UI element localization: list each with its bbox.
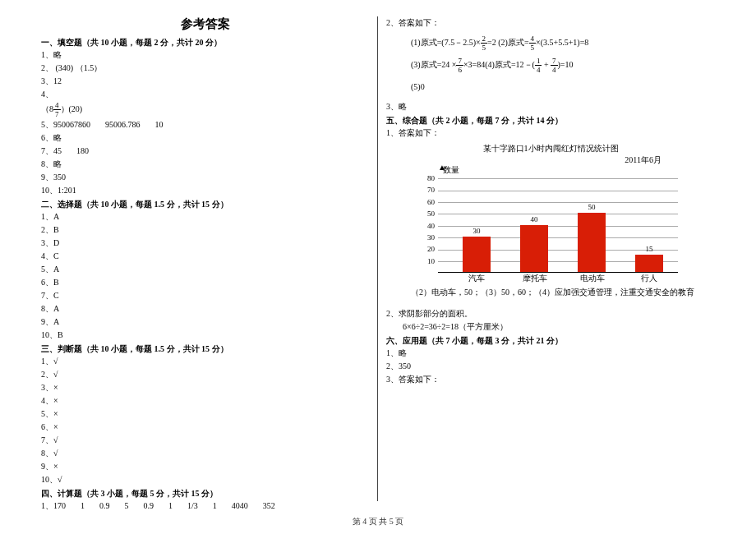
s6-item: 1、略 xyxy=(386,347,715,360)
section-2-heading: 二、选择题（共 10 小题，每题 1.5 分，共计 15 分） xyxy=(41,199,369,210)
s1-item: 8、略 xyxy=(41,158,369,171)
fraction: 76 xyxy=(456,57,463,74)
s4-row: 1、17010.950.911/314040352 xyxy=(41,499,369,513)
r3: 3、略 xyxy=(386,100,715,113)
s1-item: 3、12 xyxy=(41,75,369,88)
s2-item: 1、A xyxy=(41,210,369,223)
bar-chart: 某十字路口1小时内闯红灯情况统计图 2011年6月 ▲ 数量 80 70 60 … xyxy=(415,143,686,283)
r2-label: 2、答案如下： xyxy=(386,16,715,30)
s2-item: 2、B xyxy=(41,223,369,237)
s1-item: 2、 (340) （1.5） xyxy=(41,62,369,75)
bar xyxy=(635,255,663,273)
chart-ylabel: 数量 xyxy=(443,164,459,176)
bar xyxy=(578,213,606,272)
fraction: 25 xyxy=(481,35,488,52)
s3-item: 8、√ xyxy=(41,447,369,460)
section-1-heading: 一、填空题（共 10 小题，每题 2 分，共计 20 分） xyxy=(41,37,369,48)
s1-item: 1、略 xyxy=(41,48,369,62)
r5-1: 1、答案如下： xyxy=(386,127,715,140)
s3-item: 6、× xyxy=(41,421,369,434)
s2-item: 3、D xyxy=(41,237,369,250)
s2-item: 8、A xyxy=(41,302,369,315)
fraction: 74 xyxy=(551,57,558,74)
fraction: 47 xyxy=(53,101,61,118)
fraction: 45 xyxy=(529,35,537,52)
chart-area: ▲ 数量 80 70 60 50 40 30 20 10 30 汽车 40 摩托… xyxy=(415,168,686,283)
section-3-heading: 三、判断题（共 10 小题，每题 1.5 分，共计 15 分） xyxy=(41,343,369,355)
s3-item: 5、× xyxy=(41,407,369,421)
text: ）(20) xyxy=(61,104,83,113)
s1-item: 6、略 xyxy=(41,131,369,145)
s1-item: 7、45180 xyxy=(41,145,369,158)
s1-item: 5、95006786095006.78610 xyxy=(41,118,369,131)
s2-item: 6、B xyxy=(41,276,369,289)
s3-item: 3、× xyxy=(41,381,369,394)
calc-row-3: (5)0 xyxy=(411,79,715,95)
page-footer: 第 4 页 共 5 页 xyxy=(0,516,756,527)
chart-title: 某十字路口1小时内闯红灯情况统计图 xyxy=(415,143,686,154)
page: 参考答案 一、填空题（共 10 小题，每题 2 分，共计 20 分） 1、略 2… xyxy=(0,0,756,501)
chart-note: （2）电动车，50；（3）50，60；（4）应加强交通管理，注重交通安全的教育 xyxy=(411,286,715,299)
left-column: 参考答案 一、填空题（共 10 小题，每题 2 分，共计 20 分） 1、略 2… xyxy=(33,16,378,501)
page-title: 参考答案 xyxy=(41,16,369,32)
text: （8 xyxy=(41,104,53,113)
s2-item: 7、C xyxy=(41,289,369,302)
bar xyxy=(463,237,491,272)
s6-item: 2、350 xyxy=(386,360,715,373)
s3-item: 4、× xyxy=(41,394,369,407)
r5-2a: 2、求阴影部分的面积。 xyxy=(386,307,715,320)
s3-item: 9、× xyxy=(41,460,369,473)
s6-item: 3、答案如下： xyxy=(386,373,715,386)
right-column: 2、答案如下： (1)原式=(7.5－2.5)×25=2 (2)原式=45×(3… xyxy=(378,16,723,501)
calc-row-1: (1)原式=(7.5－2.5)×25=2 (2)原式=45×(3.5+5.5+1… xyxy=(411,35,715,52)
section-5-heading: 五、综合题（共 2 小题，每题 7 分，共计 14 分） xyxy=(386,115,715,127)
s3-item: 10、√ xyxy=(41,473,369,486)
s2-item: 9、A xyxy=(41,315,369,329)
s3-item: 2、√ xyxy=(41,368,369,381)
s1-item-4-expr: （847）(20) xyxy=(41,101,369,118)
s2-item: 4、C xyxy=(41,250,369,263)
s2-item: 10、B xyxy=(41,329,369,342)
s3-item: 1、√ xyxy=(41,355,369,368)
s1-item: 9、350 xyxy=(41,171,369,184)
calc-row-2: (3)原式=24 ×76×3=84(4)原式=12－(14 + 74)=10 xyxy=(411,57,715,74)
s1-item: 10、1:201 xyxy=(41,184,369,197)
section-4-heading: 四、计算题（共 3 小题，每题 5 分，共计 15 分） xyxy=(41,488,369,499)
s3-item: 7、√ xyxy=(41,434,369,447)
bar xyxy=(520,225,548,273)
s1-item: 4、 xyxy=(41,88,369,101)
section-6-heading: 六、应用题（共 7 小题，每题 3 分，共计 21 分） xyxy=(386,335,715,347)
r5-2b: 6×6÷2=36÷2=18（平方厘米） xyxy=(403,320,715,334)
s2-item: 5、A xyxy=(41,263,369,276)
